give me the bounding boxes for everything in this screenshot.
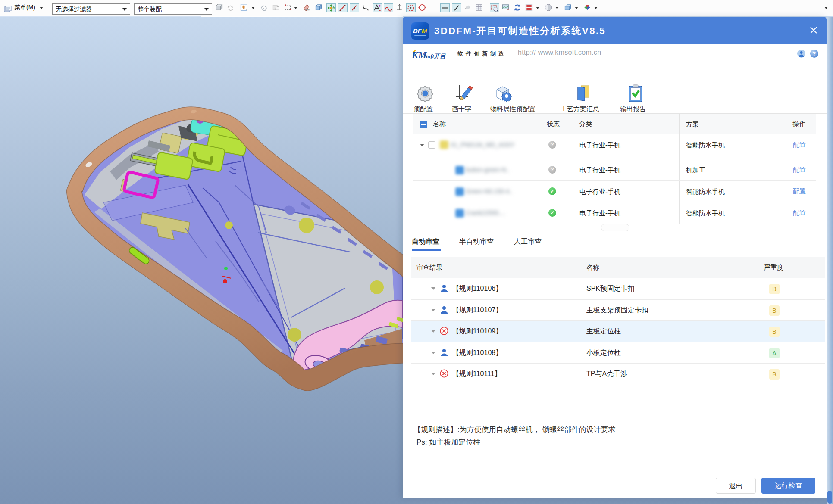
svg-text:Soft开目: Soft开目: [424, 53, 446, 59]
